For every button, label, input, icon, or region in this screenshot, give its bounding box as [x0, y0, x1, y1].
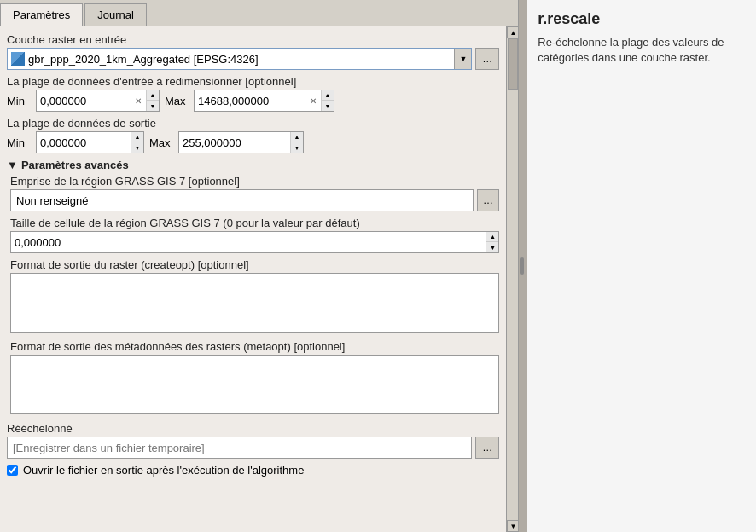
- advanced-content: Emprise de la région GRASS GIS 7 [option…: [7, 175, 499, 417]
- scrollbar[interactable]: ▲ ▼: [506, 26, 518, 532]
- emprise-label: Emprise de la région GRASS GIS 7 [option…: [10, 175, 499, 188]
- max-entree-input[interactable]: [195, 90, 305, 111]
- format-metadonnees-section: Format de sortie des métadonnées des ras…: [10, 340, 499, 417]
- emprise-row: …: [10, 189, 499, 211]
- ouvrir-row: Ouvrir le fichier en sortie après l'exéc…: [7, 464, 499, 477]
- min-entree-clear-btn[interactable]: ✕: [131, 90, 146, 111]
- max-sortie-input-wrap: ▲ ▼: [178, 131, 304, 153]
- plage-entree-section: La plage de données d'entrée à redimensi…: [7, 75, 499, 112]
- max-entree-spin: ▲ ▼: [321, 90, 334, 111]
- advanced-label: Paramètres avancés: [21, 159, 129, 171]
- couche-raster-browse-btn[interactable]: …: [475, 48, 499, 70]
- taille-cellule-label: Taille de cellule de la région GRASS GIS…: [10, 217, 499, 229]
- taille-cellule-up-btn[interactable]: ▲: [486, 232, 498, 242]
- emprise-section: Emprise de la région GRASS GIS 7 [option…: [10, 175, 499, 211]
- min-sortie-down-btn[interactable]: ▼: [131, 142, 143, 153]
- reechelonne-label: Rééchelonné: [7, 422, 499, 435]
- min-sortie-input[interactable]: [37, 132, 131, 153]
- tab-journal[interactable]: Journal: [84, 3, 147, 26]
- plage-sortie-section: La plage de données de sortie Min ▲ ▼ Ma…: [7, 117, 499, 153]
- min-entree-down-btn[interactable]: ▼: [147, 101, 159, 111]
- couche-raster-value: gbr_ppp_2020_1km_Aggregated [EPSG:4326]: [8, 52, 471, 66]
- format-metadonnees-label: Format de sortie des métadonnées des ras…: [10, 340, 499, 353]
- reechelonne-browse-btn[interactable]: …: [475, 437, 499, 459]
- plage-entree-row: Min ✕ ▲ ▼ Max ✕ ▲: [7, 90, 499, 112]
- scroll-down-btn[interactable]: ▼: [507, 520, 518, 532]
- tab-parametres[interactable]: Paramètres: [0, 3, 83, 26]
- min-entree-spin: ▲ ▼: [146, 90, 159, 111]
- min-entree-up-btn[interactable]: ▲: [147, 90, 159, 101]
- emprise-input[interactable]: [10, 189, 474, 211]
- min-sortie-spin: ▲ ▼: [131, 132, 143, 153]
- min-sortie-input-wrap: ▲ ▼: [36, 131, 144, 153]
- emprise-browse-btn[interactable]: …: [477, 189, 500, 211]
- params-content: Couche raster en entrée gbr_ppp_2020_1km…: [0, 26, 506, 532]
- min-entree-label: Min: [7, 95, 31, 107]
- max-sortie-spin: ▲ ▼: [290, 132, 303, 153]
- scroll-up-btn[interactable]: ▲: [507, 26, 518, 38]
- max-sortie-label: Max: [149, 136, 173, 149]
- max-entree-clear-btn[interactable]: ✕: [305, 90, 321, 111]
- right-title: r.rescale: [538, 10, 746, 28]
- tab-bar: Paramètres Journal: [0, 0, 518, 26]
- scrollbar-thumb[interactable]: [508, 38, 518, 90]
- taille-cellule-down-btn[interactable]: ▼: [486, 242, 498, 252]
- advanced-header[interactable]: ▼ Paramètres avancés: [7, 159, 499, 171]
- max-sortie-input[interactable]: [179, 132, 290, 153]
- max-entree-input-wrap: ✕ ▲ ▼: [194, 90, 334, 112]
- format-sortie-raster-textarea[interactable]: [10, 273, 499, 332]
- plage-sortie-label: La plage de données de sortie: [7, 117, 499, 130]
- format-metadonnees-textarea[interactable]: [10, 355, 499, 414]
- max-entree-label: Max: [165, 95, 189, 107]
- taille-cellule-section: Taille de cellule de la région GRASS GIS…: [10, 217, 499, 253]
- couche-raster-select-wrapper[interactable]: gbr_ppp_2020_1km_Aggregated [EPSG:4326] …: [7, 48, 472, 70]
- min-entree-input-wrap: ✕ ▲ ▼: [36, 90, 160, 112]
- min-entree-input[interactable]: [37, 90, 131, 111]
- max-entree-down-btn[interactable]: ▼: [322, 101, 334, 111]
- right-description: Re-échelonne la plage des valeurs de cat…: [538, 35, 746, 66]
- plage-sortie-row: Min ▲ ▼ Max ▲ ▼: [7, 131, 499, 153]
- plage-entree-label: La plage de données d'entrée à redimensi…: [7, 75, 499, 88]
- min-sortie-label: Min: [7, 136, 31, 149]
- max-sortie-up-btn[interactable]: ▲: [291, 132, 303, 142]
- taille-cellule-input-wrap: ▲ ▼: [10, 231, 499, 253]
- reechelonne-section: Rééchelonné …: [7, 422, 499, 459]
- advanced-chevron-icon: ▼: [7, 159, 18, 171]
- min-sortie-up-btn[interactable]: ▲: [131, 132, 143, 142]
- format-sortie-raster-section: Format de sortie du raster (createopt) […: [10, 258, 499, 335]
- max-entree-up-btn[interactable]: ▲: [322, 90, 334, 101]
- couche-raster-row: gbr_ppp_2020_1km_Aggregated [EPSG:4326] …: [7, 48, 499, 70]
- splitter-handle: [520, 257, 524, 275]
- couche-raster-label: Couche raster en entrée: [7, 33, 499, 46]
- taille-cellule-spin: ▲ ▼: [486, 232, 498, 252]
- raster-icon: [11, 52, 25, 66]
- couche-raster-section: Couche raster en entrée gbr_ppp_2020_1km…: [7, 33, 499, 70]
- max-sortie-down-btn[interactable]: ▼: [291, 142, 303, 153]
- taille-cellule-input[interactable]: [11, 232, 486, 252]
- right-panel: r.rescale Re-échelonne la plage des vale…: [526, 0, 756, 532]
- advanced-section: ▼ Paramètres avancés Emprise de la régio…: [7, 159, 499, 417]
- splitter[interactable]: [519, 0, 526, 532]
- left-panel: Paramètres Journal Couche raster en entr…: [0, 0, 519, 532]
- reechelonne-input[interactable]: [7, 437, 472, 459]
- format-sortie-raster-label: Format de sortie du raster (createopt) […: [10, 258, 499, 271]
- reechelonne-row: …: [7, 437, 499, 459]
- ouvrir-checkbox[interactable]: [7, 465, 18, 476]
- ouvrir-label: Ouvrir le fichier en sortie après l'exéc…: [23, 464, 304, 477]
- scrollbar-track: [507, 38, 518, 520]
